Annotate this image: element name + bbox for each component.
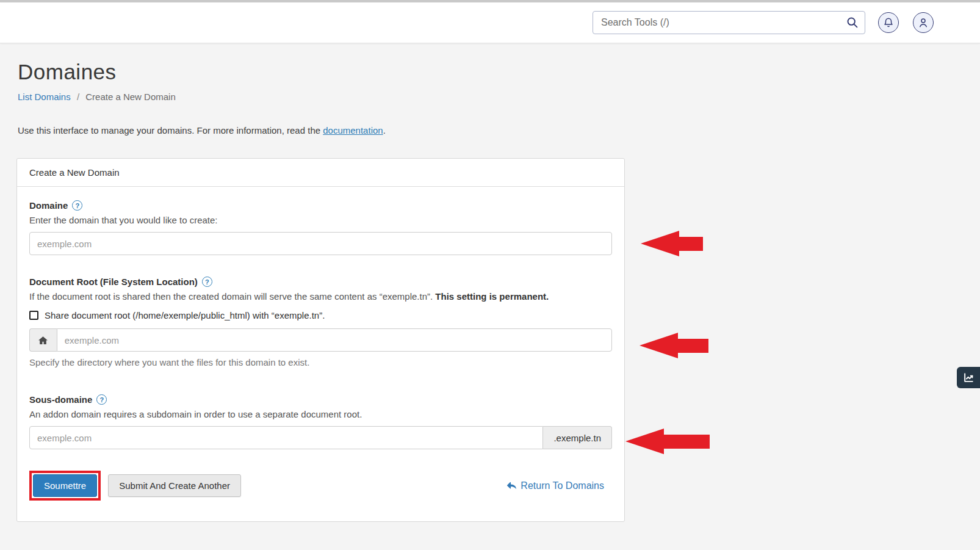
subdomain-section: Sous-domaine ? An addon domain requires … xyxy=(29,394,612,449)
docroot-section: Document Root (File System Location) ? I… xyxy=(29,277,612,367)
subdomain-label-text: Sous-domaine xyxy=(29,394,92,405)
subdomain-help-icon[interactable]: ? xyxy=(96,394,107,405)
documentation-link[interactable]: documentation xyxy=(323,125,383,136)
intro-before: Use this interface to manage your domain… xyxy=(18,125,323,136)
domain-help-icon[interactable]: ? xyxy=(72,200,82,211)
search-input[interactable] xyxy=(593,11,865,34)
domain-input[interactable] xyxy=(29,232,612,255)
arrow-head xyxy=(641,231,679,256)
card-body: Domaine ? Enter the domain that you woul… xyxy=(17,187,624,501)
subdomain-input[interactable] xyxy=(29,426,543,449)
docroot-label-text: Document Root (File System Location) xyxy=(29,277,198,287)
arrow-tail xyxy=(679,237,703,251)
subdomain-suffix-addon: .exemple.tn xyxy=(543,426,612,449)
statistics-panel-tab[interactable] xyxy=(957,367,980,388)
subdomain-label: Sous-domaine ? xyxy=(29,394,612,405)
subdomain-description: An addon domain requires a subdomain in … xyxy=(29,409,612,419)
annotation-arrow-domain xyxy=(641,231,703,256)
chart-line-icon xyxy=(963,372,975,383)
intro-after: . xyxy=(383,125,386,136)
topbar xyxy=(0,2,980,43)
docroot-description: If the document root is shared then the … xyxy=(29,291,612,302)
docroot-input-group xyxy=(29,328,612,352)
notifications-button[interactable] xyxy=(878,12,899,33)
create-domain-card: Create a New Domain Domaine ? Enter the … xyxy=(16,158,625,522)
arrow-head xyxy=(625,429,664,454)
home-icon xyxy=(38,335,48,346)
return-to-domains-link[interactable]: Return To Domains xyxy=(506,480,604,491)
breadcrumb: List Domains / Create a New Domain xyxy=(18,92,176,102)
docroot-helper: Specify the directory where you want the… xyxy=(29,357,612,367)
submit-button[interactable]: Soumettre xyxy=(33,474,97,497)
submit-and-create-another-button[interactable]: Submit And Create Another xyxy=(108,474,241,497)
breadcrumb-list-domains-link[interactable]: List Domains xyxy=(18,92,71,102)
card-header: Create a New Domain xyxy=(17,159,624,187)
breadcrumb-separator: / xyxy=(77,92,79,102)
subdomain-input-group: .exemple.tn xyxy=(29,426,612,449)
docroot-description-bold: This setting is permanent. xyxy=(435,291,549,302)
arrow-tail xyxy=(664,435,710,449)
domain-section: Domaine ? Enter the domain that you woul… xyxy=(29,200,612,255)
domain-label: Domaine ? xyxy=(29,200,612,211)
search-icon[interactable] xyxy=(846,16,859,29)
bell-icon xyxy=(883,17,894,28)
domain-description: Enter the domain that you would like to … xyxy=(29,215,612,225)
docroot-input[interactable] xyxy=(57,328,612,352)
intro-text: Use this interface to manage your domain… xyxy=(18,125,386,136)
annotation-highlight-box: Soumettre xyxy=(29,471,101,501)
form-actions: Soumettre Submit And Create Another Retu… xyxy=(29,471,612,501)
share-docroot-row: Share document root (/home/exemple/publi… xyxy=(29,310,612,320)
docroot-description-normal: If the document root is shared then the … xyxy=(29,291,435,302)
page: Domaines List Domains / Create a New Dom… xyxy=(0,0,980,550)
breadcrumb-current: Create a New Domain xyxy=(85,92,176,102)
share-docroot-label[interactable]: Share document root (/home/exemple/publi… xyxy=(45,310,325,320)
docroot-help-icon[interactable]: ? xyxy=(202,277,212,287)
page-title: Domaines xyxy=(18,60,117,84)
user-icon xyxy=(918,17,929,28)
domain-label-text: Domaine xyxy=(29,200,68,211)
docroot-label: Document Root (File System Location) ? xyxy=(29,277,612,287)
search-box xyxy=(593,11,865,34)
user-menu-button[interactable] xyxy=(913,12,934,33)
return-link-label: Return To Domains xyxy=(521,480,604,491)
share-docroot-checkbox[interactable] xyxy=(29,311,38,320)
reply-arrow-icon xyxy=(506,480,517,491)
docroot-addon xyxy=(29,328,57,352)
arrow-tail xyxy=(678,339,708,353)
arrow-head xyxy=(640,333,678,358)
annotation-arrow-subdomain xyxy=(625,429,710,454)
annotation-arrow-docroot xyxy=(640,333,708,358)
